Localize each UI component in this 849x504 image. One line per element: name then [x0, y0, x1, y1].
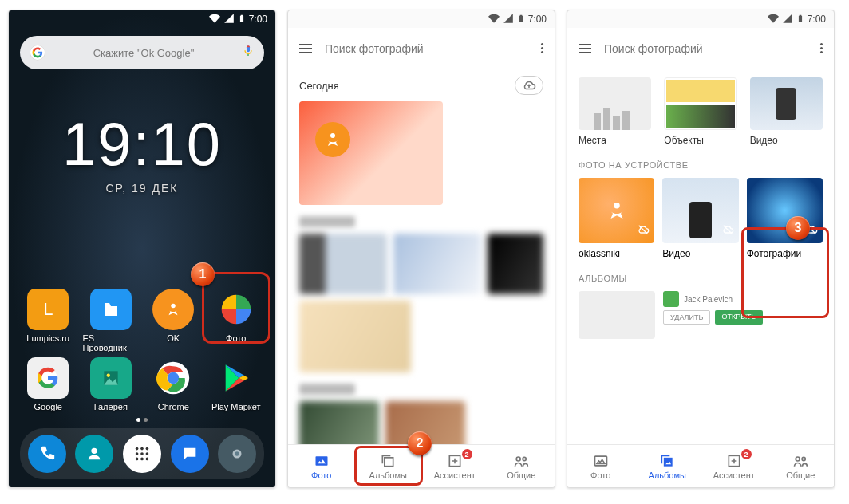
svg-point-9 — [140, 452, 144, 455]
signal-icon — [223, 13, 235, 26]
menu-icon[interactable] — [579, 41, 591, 56]
svg-point-16 — [330, 133, 335, 138]
category-things[interactable]: Объекты — [664, 77, 736, 146]
svg-point-4 — [92, 448, 97, 454]
app-play-store[interactable]: Play Маркет — [208, 357, 265, 411]
delete-button[interactable]: УДАЛИТЬ — [663, 310, 710, 325]
folder-oklassniki[interactable]: oklassniki — [579, 178, 654, 259]
phone-photos-albums: 7:00 Поиск фотографий Места Объекты Виде… — [567, 10, 835, 488]
wifi-icon — [768, 13, 779, 26]
svg-rect-18 — [385, 457, 393, 466]
nav-assistant[interactable]: Ассистент 2 — [701, 445, 768, 487]
mic-icon[interactable] — [242, 45, 255, 61]
album-card[interactable]: Jack Palevich УДАЛИТЬ ОТКРЫТЬ — [663, 291, 823, 339]
photo-thumb[interactable] — [488, 234, 543, 294]
dock-messages-icon[interactable] — [171, 435, 209, 473]
svg-rect-23 — [603, 108, 610, 130]
bottom-nav: Фото Альбомы Ассистент 2 Общие — [567, 444, 834, 487]
svg-point-5 — [136, 447, 139, 451]
backup-off-icon — [637, 223, 650, 238]
svg-rect-24 — [613, 116, 620, 130]
signal-icon — [503, 13, 514, 26]
photo-thumb[interactable] — [385, 401, 465, 444]
overflow-icon[interactable] — [541, 43, 543, 53]
photo-thumb[interactable] — [299, 101, 443, 205]
svg-point-13 — [146, 458, 149, 461]
home-date: СР, 19 ДЕК — [20, 182, 264, 195]
nav-albums[interactable]: Альбомы — [634, 445, 701, 487]
backup-off-icon — [805, 223, 818, 238]
app-bar: Поиск фотографий — [567, 28, 834, 69]
svg-point-8 — [136, 452, 139, 455]
section-today-label: Сегодня — [299, 80, 339, 92]
backup-off-icon — [721, 223, 734, 238]
nav-albums[interactable]: Альбомы — [355, 445, 422, 487]
photo-thumb[interactable] — [299, 234, 387, 294]
category-places[interactable]: Места — [579, 77, 651, 146]
app-lumpics[interactable]: LLumpics.ru — [20, 289, 77, 352]
app-google-photos[interactable]: Фото — [208, 289, 265, 352]
folder-video[interactable]: Видео — [662, 178, 738, 259]
app-ok[interactable]: OK — [145, 289, 202, 352]
open-button[interactable]: ОТКРЫТЬ — [715, 310, 762, 325]
app-es-explorer[interactable]: ES Проводник — [83, 289, 140, 352]
folder-photos[interactable]: Фотографии — [747, 178, 823, 259]
svg-point-6 — [140, 447, 144, 451]
section-label-blurred — [299, 216, 355, 227]
battery-icon — [517, 14, 525, 25]
overflow-icon[interactable] — [820, 43, 823, 53]
page-indicator — [20, 418, 264, 422]
assistant-badge: 2 — [741, 449, 752, 459]
assistant-badge: 2 — [462, 449, 472, 459]
category-videos[interactable]: Видео — [750, 77, 823, 146]
status-time: 7:00 — [528, 14, 547, 25]
status-bar: 7:00 — [567, 10, 834, 28]
photo-thumb[interactable] — [299, 301, 411, 372]
svg-point-7 — [146, 447, 149, 451]
nav-shared[interactable]: Общие — [488, 445, 555, 487]
svg-point-2 — [106, 374, 109, 377]
signal-icon — [782, 13, 793, 26]
svg-rect-22 — [594, 113, 601, 130]
app-gallery[interactable]: Галерея — [83, 357, 140, 411]
search-input[interactable]: Поиск фотографий — [604, 42, 808, 55]
section-label-blurred — [299, 384, 355, 395]
google-search-bar[interactable]: Скажите "Ok Google" — [20, 36, 264, 69]
album-thumb[interactable] — [579, 291, 655, 339]
dock-camera-icon[interactable] — [218, 435, 256, 473]
svg-rect-28 — [664, 457, 673, 466]
search-hint: Скажите "Ok Google" — [52, 47, 235, 59]
wifi-icon — [488, 13, 500, 26]
status-time: 7:00 — [808, 14, 826, 25]
app-google-folder[interactable]: Google — [20, 357, 77, 411]
app-chrome[interactable]: Chrome — [145, 357, 202, 411]
svg-point-10 — [146, 452, 149, 455]
photo-thumb[interactable] — [299, 401, 379, 444]
svg-point-21 — [523, 457, 526, 460]
nav-photos[interactable]: Фото — [567, 445, 634, 487]
svg-point-31 — [802, 457, 805, 460]
menu-icon[interactable] — [299, 41, 312, 56]
svg-point-12 — [140, 458, 144, 461]
dock-apps-icon[interactable] — [123, 435, 161, 473]
svg-point-15 — [235, 451, 239, 456]
status-bar: 7:00 — [288, 10, 555, 28]
nav-assistant[interactable]: Ассистент 2 — [421, 445, 488, 487]
photo-thumb[interactable] — [393, 234, 481, 294]
phone-photos-feed: 7:00 Поиск фотографий Сегодня — [287, 10, 555, 488]
phone-homescreen: 7:00 Скажите "Ok Google" 19:10 СР, 19 ДЕ… — [8, 10, 276, 488]
search-input[interactable]: Поиск фотографий — [325, 42, 528, 55]
albums-heading: АЛЬБОМЫ — [579, 274, 823, 283]
svg-point-0 — [172, 304, 176, 309]
svg-point-26 — [614, 203, 620, 209]
dock-contacts-icon[interactable] — [75, 435, 113, 473]
google-g-icon — [30, 45, 45, 61]
dock — [20, 428, 264, 479]
backup-status-icon[interactable] — [515, 76, 543, 95]
bottom-nav: Фото Альбомы Ассистент 2 Общие — [288, 444, 555, 487]
battery-icon — [238, 14, 246, 25]
nav-photos[interactable]: Фото — [288, 445, 355, 487]
dock-phone-icon[interactable] — [28, 435, 66, 473]
svg-rect-25 — [622, 111, 630, 130]
nav-shared[interactable]: Общие — [768, 445, 835, 487]
